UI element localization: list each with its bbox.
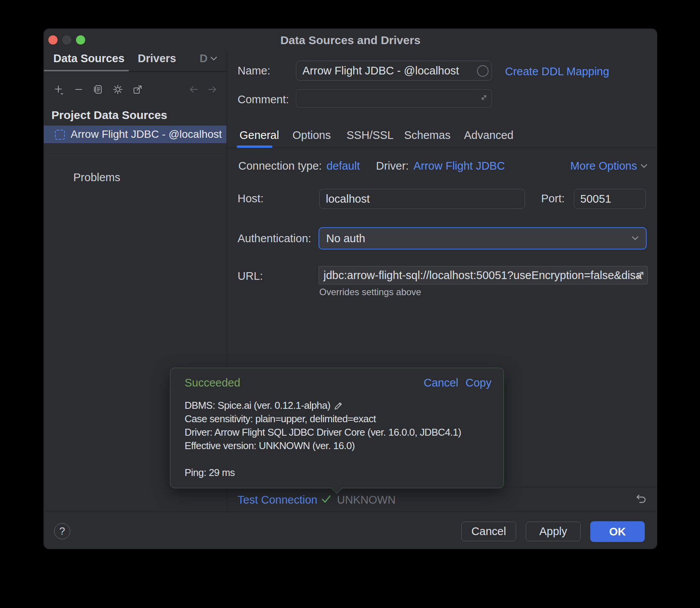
success-check-icon [321, 494, 332, 505]
popup-details: DBMS: Spice.ai (ver. 0.12.1-alpha) Case … [185, 399, 492, 479]
tab-overflow-chevron-icon[interactable] [209, 55, 219, 63]
popup-status-text: Succeeded [185, 377, 240, 389]
popup-callout-arrow [331, 482, 343, 494]
more-options-button[interactable]: More Options [570, 160, 648, 172]
url-value: jdbc:arrow-flight-sql://localhost:50051?… [324, 269, 642, 281]
popup-cancel-link[interactable]: Cancel [424, 377, 458, 389]
tab-data-sources[interactable]: Data Sources [53, 52, 124, 65]
remove-data-source-button[interactable] [73, 84, 84, 95]
tab-general[interactable]: General [239, 129, 279, 142]
add-data-source-button[interactable] [53, 84, 64, 95]
url-label: URL: [238, 270, 263, 283]
problems-section-label[interactable]: Problems [73, 171, 121, 184]
popup-copy-link[interactable]: Copy [466, 377, 492, 389]
duplicate-data-source-icon[interactable] [92, 84, 104, 95]
popup-effective-version-line: Effective version: UNKNOWN (ver. 16.0) [185, 439, 492, 453]
create-ddl-mapping-link[interactable]: Create DDL Mapping [505, 65, 609, 78]
connection-type-value-link[interactable]: default [327, 160, 360, 172]
authentication-select[interactable]: No auth [319, 227, 647, 249]
data-source-settings-gear-icon[interactable] [112, 84, 124, 95]
help-button[interactable]: ? [54, 523, 70, 539]
active-tab-indicator [44, 70, 129, 71]
more-options-chevron-icon [640, 163, 648, 169]
authentication-label: Authentication: [238, 232, 311, 245]
data-source-item-label: Arrow Flight JDBC - @localhost [71, 128, 222, 140]
port-label: Port: [541, 192, 565, 205]
back-arrow-icon[interactable] [188, 84, 199, 95]
settings-tabbar-divider [227, 147, 657, 148]
port-input[interactable] [574, 189, 646, 209]
test-connection-link[interactable]: Test Connection [238, 494, 317, 506]
popup-case-sensitivity-line: Case sensitivity: plain=upper, delimited… [185, 412, 492, 426]
connection-type-label: Connection type: [238, 160, 322, 172]
open-in-new-window-icon[interactable] [132, 84, 144, 95]
tab-ddl-mappings-truncated[interactable]: D [200, 52, 208, 65]
test-connection-result-popup: Succeeded Cancel Copy DBMS: Spice.ai (ve… [170, 368, 504, 488]
authentication-value: No auth [326, 232, 365, 245]
url-hint-text: Overrides settings above [319, 287, 421, 297]
unknown-dbms-icon [55, 130, 65, 140]
host-label: Host: [238, 192, 264, 205]
apply-button[interactable]: Apply [526, 522, 581, 541]
footer-divider [44, 512, 657, 512]
edit-dbms-pencil-icon[interactable] [333, 401, 343, 411]
popup-dbms-line: DBMS: Spice.ai (ver. 0.12.1-alpha) [185, 399, 492, 412]
sidebar-splitter[interactable] [49, 155, 223, 156]
test-status-text: UNKNOWN [337, 494, 396, 506]
connection-type-row: Connection type: default Driver: Arrow F… [238, 160, 505, 172]
popup-ping-line: Ping: 29 ms [185, 466, 492, 479]
data-sources-dialog: Data Sources and Drivers Data Sources Dr… [44, 29, 657, 549]
desktop: { "window": { "title": "Data Sources and… [0, 0, 700, 608]
name-progress-circle-icon [477, 65, 489, 77]
more-options-label: More Options [570, 160, 637, 172]
tab-schemas[interactable]: Schemas [404, 129, 451, 142]
window-title: Data Sources and Drivers [44, 34, 657, 47]
comment-expand-icon[interactable] [479, 93, 489, 102]
ok-button[interactable]: OK [590, 521, 645, 542]
driver-value-link[interactable]: Arrow Flight JDBC [413, 160, 505, 172]
authentication-chevron-icon [631, 235, 639, 241]
comment-label: Comment: [238, 93, 289, 106]
name-input[interactable] [296, 61, 492, 81]
driver-label: Driver: [376, 160, 409, 172]
name-label: Name: [238, 64, 270, 77]
undo-icon[interactable] [633, 492, 647, 506]
project-data-sources-header: Project Data Sources [51, 109, 167, 122]
tab-drivers[interactable]: Drivers [138, 52, 176, 65]
host-input[interactable] [319, 189, 525, 209]
tab-options[interactable]: Options [292, 129, 331, 142]
cancel-button[interactable]: Cancel [461, 522, 516, 541]
comment-input[interactable] [296, 89, 492, 107]
data-source-list-item-selected[interactable]: Arrow Flight JDBC - @localhost [44, 126, 226, 143]
popup-driver-line: Driver: Arrow Flight SQL JDBC Driver Cor… [185, 426, 492, 439]
url-input[interactable]: jdbc:arrow-flight-sql://localhost:50051?… [319, 266, 648, 284]
popup-blank-line [185, 453, 492, 466]
tab-ssh-ssl[interactable]: SSH/SSL [347, 129, 394, 142]
forward-arrow-icon[interactable] [207, 84, 218, 95]
url-expand-icon[interactable] [634, 268, 647, 281]
active-settings-tab-indicator [237, 145, 272, 148]
tab-advanced[interactable]: Advanced [464, 129, 513, 142]
